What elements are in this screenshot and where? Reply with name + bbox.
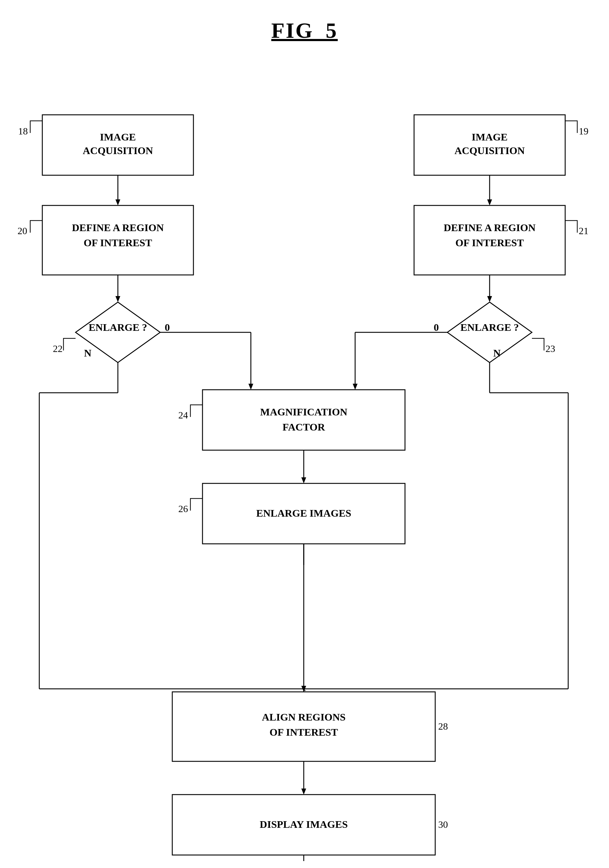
svg-marker-33 <box>353 384 357 390</box>
ref-21: 21 <box>579 225 589 236</box>
n-label-left: N <box>84 347 92 359</box>
svg-text:OF INTEREST: OF INTEREST <box>455 237 524 248</box>
ref-30: 30 <box>438 819 448 830</box>
svg-marker-4 <box>115 199 120 205</box>
ref-28: 28 <box>438 721 448 732</box>
svg-marker-9 <box>115 296 120 302</box>
svg-text:ENLARGE ?: ENLARGE ? <box>89 322 147 333</box>
ref-18: 18 <box>18 126 28 136</box>
svg-marker-52 <box>301 789 306 795</box>
svg-text:IMAGE: IMAGE <box>472 132 508 143</box>
svg-marker-28 <box>487 296 492 302</box>
ref-19: 19 <box>579 126 589 136</box>
svg-text:ENLARGE ?: ENLARGE ? <box>460 322 519 333</box>
svg-text:DEFINE A REGION: DEFINE A REGION <box>72 222 164 233</box>
o-label-right: 0 <box>434 322 439 333</box>
svg-text:OF INTEREST: OF INTEREST <box>270 727 338 738</box>
svg-text:IMAGE: IMAGE <box>100 132 136 143</box>
svg-marker-14 <box>249 384 253 390</box>
svg-text:ALIGN REGIONS: ALIGN REGIONS <box>262 711 346 723</box>
n-label-right: N <box>493 347 501 359</box>
figure-title: FIG_5 <box>271 18 337 43</box>
svg-text:MAGNIFICATION: MAGNIFICATION <box>260 406 348 417</box>
page: FIG_5 IMAGE ACQUISITION 18 DEFINE A REGI… <box>0 0 609 868</box>
svg-marker-42 <box>301 477 306 484</box>
flowchart-svg: IMAGE ACQUISITION 18 DEFINE A REGION OF … <box>0 60 609 861</box>
ref-26: 26 <box>178 503 188 514</box>
svg-rect-38 <box>202 390 405 450</box>
svg-text:DISPLAY IMAGES: DISPLAY IMAGES <box>259 819 348 830</box>
svg-marker-23 <box>487 199 492 205</box>
svg-text:ACQUISITION: ACQUISITION <box>83 145 153 156</box>
ref-22: 22 <box>53 343 62 354</box>
svg-text:OF INTEREST: OF INTEREST <box>84 237 152 248</box>
ref-24: 24 <box>178 410 188 420</box>
svg-text:FACTOR: FACTOR <box>283 422 325 432</box>
svg-text:ENLARGE IMAGES: ENLARGE IMAGES <box>256 508 351 519</box>
ref-20: 20 <box>17 225 27 236</box>
o-label-left: 0 <box>165 322 170 333</box>
svg-text:ACQUISITION: ACQUISITION <box>455 145 525 156</box>
ref-23: 23 <box>545 343 555 354</box>
svg-text:DEFINE A REGION: DEFINE A REGION <box>444 222 536 233</box>
